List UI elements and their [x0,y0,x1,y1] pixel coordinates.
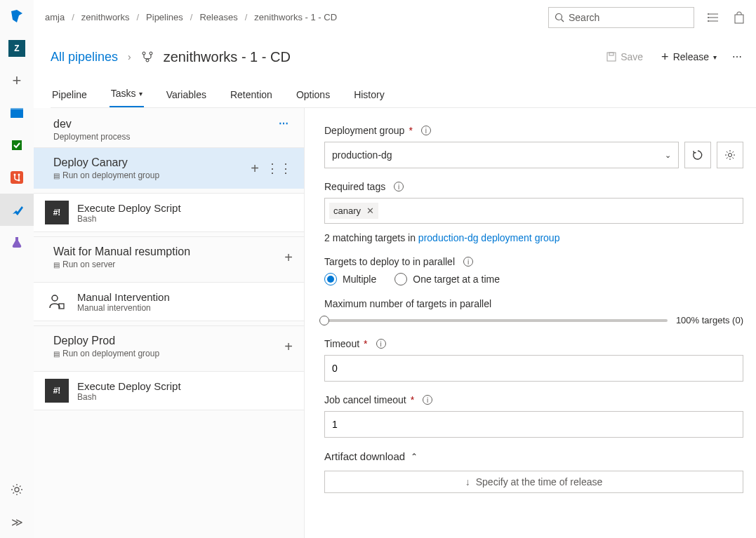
pipeline-icon [141,51,154,63]
info-icon[interactable]: i [421,126,431,135]
tab-tasks[interactable]: Tasks▾ [110,88,144,107]
tab-variables[interactable]: Variables [165,89,208,107]
svg-point-13 [708,13,709,15]
cancel-timeout-label: Job cancel timeout [324,394,406,405]
rail-test[interactable] [0,129,34,161]
job-header-deploy-prod[interactable]: Deploy Prod ▤Run on deployment group + [34,326,304,367]
svg-rect-21 [609,53,614,55]
svg-point-18 [150,52,152,55]
svg-point-4 [14,174,16,176]
slider-value-label: 100% targets (0) [676,315,743,325]
artifact-specify-row[interactable]: ↓ Specify at the time of release [324,471,743,493]
stage-header[interactable]: dev Deployment process ⋯ [34,108,304,147]
all-pipelines-link[interactable]: All pipelines [51,50,118,65]
svg-point-14 [708,17,709,18]
tab-options[interactable]: Options [295,89,331,107]
svg-rect-20 [607,53,616,61]
tab-history[interactable]: History [352,89,386,107]
rail-artifacts[interactable] [0,226,34,258]
rail-boards[interactable] [0,97,34,129]
svg-point-5 [18,174,20,176]
info-icon[interactable]: i [463,257,473,267]
chevron-down-icon: ▾ [139,90,142,97]
rail-settings[interactable] [0,473,34,506]
tags-input[interactable]: canary ✕ [324,198,743,224]
chevron-down-icon: ▾ [713,53,717,61]
deployment-group-select[interactable]: production-dg ⌄ [324,142,679,168]
chevron-down-icon: ⌄ [665,151,671,160]
search-icon [555,13,564,22]
cancel-timeout-input[interactable] [324,411,743,438]
add-task-button[interactable]: + [284,250,293,266]
timeout-label: Timeout [324,338,359,349]
tag-chip: canary ✕ [329,203,378,219]
release-button[interactable]: + Release ▾ [654,46,724,69]
svg-point-8 [556,13,562,20]
deployment-group-link[interactable]: production-dg deployment group [418,232,560,243]
add-task-button[interactable]: + [251,161,259,177]
svg-point-6 [18,180,20,182]
topbar: amja/ zenithworks/ Pipelines/ Releases/ … [34,0,756,35]
job-header-deploy-canary[interactable]: Deploy Canary ▤Run on deployment group +… [34,148,304,189]
max-targets-label: Maximum number of targets in parallel [324,298,491,309]
rail-add[interactable]: + [0,65,34,97]
info-icon[interactable]: i [423,395,432,405]
chevron-right-icon: › [128,51,131,62]
crumb[interactable]: zenithworks - 1 - CD [254,12,337,22]
stage-more-button[interactable]: ⋯ [279,118,290,129]
list-icon[interactable] [707,11,719,24]
rail-logo[interactable] [0,0,34,32]
rail-expand[interactable]: ≫ [0,506,34,538]
crumb[interactable]: Releases [199,12,237,22]
tab-pipeline[interactable]: Pipeline [51,89,88,107]
more-button[interactable]: ⋯ [728,47,746,67]
info-icon[interactable]: i [394,182,404,191]
remove-tag-button[interactable]: ✕ [366,206,374,216]
person-icon [45,290,69,314]
tasks-column: dev Deployment process ⋯ Deploy Canary ▤… [34,108,305,538]
svg-point-22 [52,295,58,301]
radio-one-target[interactable]: One target at a time [394,273,500,285]
rail-pipelines[interactable] [0,194,34,226]
task-item[interactable]: Manual Intervention Manual intervention [34,282,304,321]
crumb[interactable]: amja [45,12,65,22]
max-targets-slider[interactable] [324,319,668,322]
svg-point-19 [146,59,149,62]
timeout-input[interactable] [324,355,743,382]
subtabs: Pipeline Tasks▾ Variables Retention Opti… [51,80,756,108]
page-header: All pipelines › zenithworks - 1 - CD Sav… [51,39,746,74]
shopping-icon[interactable] [734,11,745,24]
svg-rect-3 [11,171,23,184]
svg-point-24 [729,154,732,157]
task-item[interactable]: #! Execute Deploy Script Bash [34,193,304,232]
radio-multiple[interactable]: Multiple [324,273,376,285]
left-nav-rail: Z + ≫ [0,0,34,538]
download-icon: ↓ [465,476,470,487]
stage-subtitle: Deployment process [53,132,130,142]
search-input[interactable]: Search [548,7,694,28]
server-icon: ▤ [53,350,60,358]
rail-repos[interactable] [0,161,34,194]
bash-icon: #! [45,201,69,224]
crumb[interactable]: zenithworks [81,12,130,22]
refresh-button[interactable] [684,142,711,168]
artifact-download-header[interactable]: Artifact download ⌃ [324,450,743,462]
job-header-wait-manual[interactable]: Wait for Manual resumption ▤Run on serve… [34,237,304,278]
task-item[interactable]: #! Execute Deploy Script Bash [34,371,304,410]
server-icon: ▤ [53,172,60,180]
form-column: Deployment group *i production-dg ⌄ Requ… [305,108,756,538]
save-button[interactable]: Save [599,47,650,67]
settings-button[interactable] [717,142,743,168]
search-placeholder: Search [569,12,599,23]
tab-retention[interactable]: Retention [229,89,274,107]
rail-project-avatar[interactable]: Z [0,32,34,65]
info-icon[interactable]: i [376,339,386,349]
svg-rect-0 [11,108,23,118]
add-task-button[interactable]: + [284,339,293,355]
bash-icon: #! [45,379,69,403]
drag-handle-icon[interactable]: ⋮⋮ [266,161,293,176]
svg-rect-2 [12,140,22,150]
svg-point-17 [142,52,145,55]
crumb[interactable]: Pipelines [146,12,183,22]
matching-targets-text: 2 matching targets in [324,232,418,243]
